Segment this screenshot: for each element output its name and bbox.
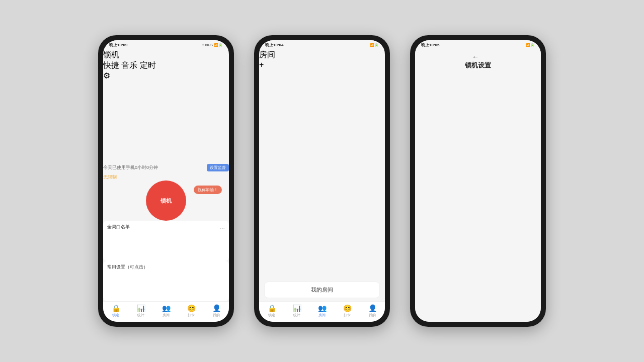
nav-mine[interactable]: 👤 我的 xyxy=(212,305,221,318)
mine-nav-icon: 👤 xyxy=(212,305,221,312)
common-settings-label: 常用设置（可点击） xyxy=(107,264,148,270)
screen-1: 晚上10:09 2.8K/S 📶🔋 锁机 快捷 音乐 定时 ⚙ 今天已使用手机0… xyxy=(103,40,229,322)
gear-icon[interactable]: ⚙ xyxy=(103,71,229,80)
screen-3: 晚上10:05 📶🔋 ← 锁机设置 个性锁机语 无 锁机背景图片 xyxy=(415,40,541,322)
free-label: 无限制 xyxy=(103,174,117,179)
checkin-nav-icon: 😊 xyxy=(187,305,196,312)
screen3-header: ← 锁机设置 xyxy=(415,50,541,322)
nav-checkin-label: 打卡 xyxy=(188,313,195,318)
nav-stats-label: 统计 xyxy=(137,313,144,318)
status-time-3: 晚上10:05 xyxy=(421,42,439,48)
lock-button[interactable]: 锁机 xyxy=(146,180,186,221)
screen2-header: 房间 + xyxy=(259,50,385,279)
top-nav-1: 锁机 快捷 音乐 定时 ⚙ xyxy=(103,50,229,162)
nav2-checkin[interactable]: 😊 打卡 xyxy=(343,305,352,318)
status-icons-1: 2.8K/S 📶🔋 xyxy=(202,43,223,47)
my-room-button[interactable]: 我的房间 xyxy=(264,282,380,298)
bottom-panels: 全局白名单 … 常用设置（可点击） xyxy=(103,221,229,301)
bottom-nav-2: 🔒 锁定 📊 统计 👥 房间 😊 打卡 👤 我的 xyxy=(259,301,385,322)
whitelist-more-icon[interactable]: … xyxy=(220,224,225,230)
status-time-2: 晚上10:04 xyxy=(265,42,283,48)
back-button[interactable]: ← xyxy=(472,53,479,61)
common-settings-panel[interactable]: 常用设置（可点击） xyxy=(103,261,229,301)
nav2-mine[interactable]: 👤 我的 xyxy=(368,305,377,318)
tab-timer[interactable]: 定时 xyxy=(140,61,156,69)
screen-2: 晚上10:04 📶🔋 房间 + 我的房间 考研 高考 xyxy=(259,40,385,322)
nav2-stats[interactable]: 📊 统计 xyxy=(293,305,301,318)
nav2-lock[interactable]: 🔒 锁定 xyxy=(268,305,276,318)
nav-checkin[interactable]: 😊 打卡 xyxy=(187,305,196,318)
tab-quick[interactable]: 快捷 xyxy=(103,61,119,69)
stats-nav-icon: 📊 xyxy=(137,305,145,312)
whitelist-panel: 全局白名单 … xyxy=(103,221,229,261)
screen3-title: 锁机设置 xyxy=(465,61,491,322)
whitelist-label: 全局白名单 xyxy=(107,224,130,230)
room-nav-icon: 👥 xyxy=(162,305,171,312)
phone-2: 晚上10:04 📶🔋 房间 + 我的房间 考研 高考 xyxy=(254,35,390,327)
screen2-title: 房间 xyxy=(259,50,385,60)
nav2-room[interactable]: 👥 房间 xyxy=(318,305,327,318)
bottom-nav-1: 🔒 锁定 📊 统计 👥 房间 😊 打卡 👤 我的 xyxy=(103,301,229,322)
tab-music[interactable]: 音乐 xyxy=(121,61,137,69)
nav-stats[interactable]: 📊 统计 xyxy=(137,305,145,318)
lock-area: 祝你加油！ 锁机 xyxy=(103,180,229,221)
lock-nav-icon: 🔒 xyxy=(112,305,120,312)
nav-room[interactable]: 👥 房间 xyxy=(162,305,171,318)
today-usage-text: 今天已使用手机0小时0分钟 xyxy=(103,164,158,171)
status-time-1: 晚上10:09 xyxy=(109,42,127,48)
nav-mine-label: 我的 xyxy=(213,313,220,318)
encourage-button[interactable]: 祝你加油！ xyxy=(194,186,222,194)
add-room-button[interactable]: + xyxy=(259,60,385,69)
nav-lock[interactable]: 🔒 锁定 xyxy=(112,305,120,318)
status-bar-1: 晚上10:09 2.8K/S 📶🔋 xyxy=(103,40,229,50)
app-title-1: 锁机 xyxy=(103,50,229,60)
tabs-1[interactable]: 快捷 音乐 定时 xyxy=(103,60,229,71)
phone-3: 晚上10:05 📶🔋 ← 锁机设置 个性锁机语 无 锁机背景图片 xyxy=(410,35,546,327)
nav-lock-label: 锁定 xyxy=(112,313,119,318)
status-bar-2: 晚上10:04 📶🔋 xyxy=(259,40,385,50)
phone-1: 晚上10:09 2.8K/S 📶🔋 锁机 快捷 音乐 定时 ⚙ 今天已使用手机0… xyxy=(98,35,234,327)
set-monitoring-button[interactable]: 设置监督 xyxy=(207,164,229,171)
nav-room-label: 房间 xyxy=(163,313,170,318)
info-card: 今天已使用手机0小时0分钟 设置监督 无限制 xyxy=(103,162,229,180)
status-bar-3: 晚上10:05 📶🔋 xyxy=(415,40,541,50)
